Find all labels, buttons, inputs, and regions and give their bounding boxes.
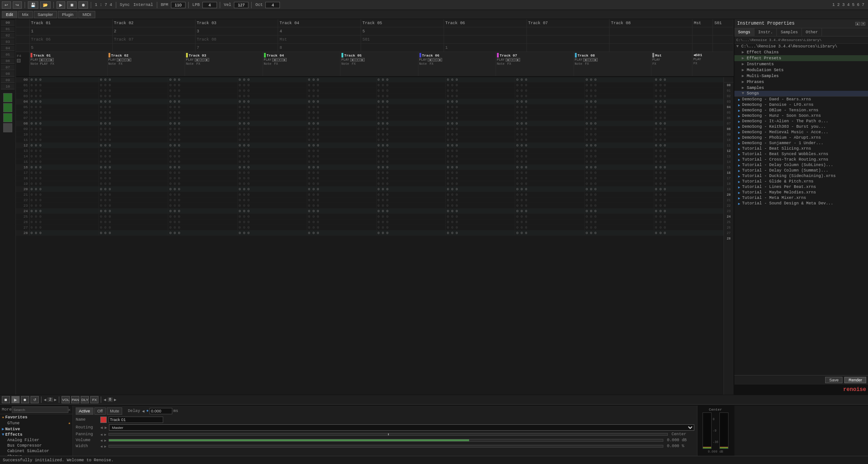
track-02-play[interactable]: PLAY [108,58,116,62]
cell-16-6[interactable]: 0 0 0 [446,165,515,170]
cell-23-2[interactable]: 0 0 0 [168,203,238,208]
cell-21-3[interactable]: 0 0 0 [238,192,307,197]
cell-07-2[interactable]: 0 0 0 [168,115,238,120]
rp-tab-other[interactable]: Other [802,28,822,36]
cell-10-9[interactable]: 0 0 0 [654,132,723,137]
cell-01-9[interactable]: 0 0 0 [654,83,723,88]
cell-10-1[interactable]: 0 0 0 [99,132,168,137]
cell-15-1[interactable]: 0 0 0 [99,159,168,164]
oct-input[interactable] [265,2,280,8]
cell-01-2[interactable]: 0 0 0 [168,83,238,88]
track-s01-play[interactable]: PLAY [693,57,701,61]
prop-tab-off[interactable]: Off [94,407,106,415]
cell-16-2[interactable]: 0 0 0 [168,165,238,170]
cell-12-1[interactable]: 0 0 0 [99,143,168,148]
track-03-btn2[interactable]: ▪ [200,58,204,62]
cell-16-4[interactable]: 0 0 0 [307,165,377,170]
cell-24-7[interactable]: 0 0 0 [515,209,584,214]
cell-16-8[interactable]: 0 0 0 [585,165,654,170]
cell-16-5[interactable]: 0 0 0 [377,165,446,170]
song-item-16[interactable]: ▶ Tutorial - Lines Per Beat.xrns [734,184,868,190]
cell-14-3[interactable]: 0 0 0 [238,154,307,159]
play-btn[interactable]: ▶ [57,1,65,9]
sidebar-block-2[interactable] [3,103,12,112]
cell-05-1[interactable]: 0 0 0 [99,104,168,109]
cell-20-3[interactable]: 0 0 0 [238,187,307,192]
cell-20-7[interactable]: 0 0 0 [515,187,584,192]
cell-28-6[interactable]: 0 0 0 [446,230,515,235]
cell-22-6[interactable]: 0 0 0 [446,198,515,203]
cell-02-9[interactable]: 0 0 0 [654,88,723,93]
cell-19-7[interactable]: 0 0 0 [515,181,584,186]
cell-06-3[interactable]: 0 0 0 [238,110,307,115]
cell-11-7[interactable]: 0 0 0 [515,137,584,142]
track-01-play2[interactable]: PLAY [40,62,48,66]
cell-23-9[interactable]: 0 0 0 [654,203,723,208]
cell-13-7[interactable]: 0 0 0 [515,148,584,153]
track-mst-play[interactable]: PLAY [652,58,660,62]
tree-multi-samples[interactable]: ▶ Multi-Samples [734,73,868,79]
cell-20-6[interactable]: 0 0 0 [446,187,515,192]
track-05-btn2[interactable]: ▪ [355,58,360,62]
cell-20-4[interactable]: 0 0 0 [307,187,377,192]
cell-21-1[interactable]: 0 0 0 [99,192,168,197]
cell-11-1[interactable]: 0 0 0 [99,137,168,142]
fx-btn[interactable]: FX [90,396,98,403]
cell-17-2[interactable]: 0 0 0 [168,170,238,175]
cell-08-5[interactable]: 0 0 0 [377,121,446,126]
cell-04-3[interactable]: 0 0 0 [238,99,307,104]
track-05-btn3[interactable]: ▶ [360,58,365,62]
cell-21-7[interactable]: 0 0 0 [515,192,584,197]
track-07-fx[interactable]: FX [507,62,511,66]
song-item-17[interactable]: ▶ Tutorial - Maybe Melodies.xrns [734,190,868,195]
cell-03-5[interactable]: 0 0 0 [377,94,446,99]
cell-08-9[interactable]: 0 0 0 [654,121,723,126]
transport-stop-btn[interactable]: ⏹ [2,396,10,403]
cell-09-2[interactable]: 0 0 0 [168,126,238,131]
cell-22-7[interactable]: 0 0 0 [515,198,584,203]
cell-13-0[interactable]: 0 0 0 [30,148,99,153]
track-07-play[interactable]: PLAY [497,58,505,62]
cell-25-1[interactable]: 0 0 0 [99,214,168,219]
lib-analog-filter[interactable]: Analog Filter [0,438,72,443]
open-btn[interactable]: 📂 [40,1,51,9]
cell-06-6[interactable]: 0 0 0 [446,110,515,115]
save-button[interactable]: Save [825,377,843,383]
save-btn[interactable]: 💾 [28,1,38,9]
cell-07-1[interactable]: 0 0 0 [99,115,168,120]
cell-12-6[interactable]: 0 0 0 [446,143,515,148]
cell-10-3[interactable]: 0 0 0 [238,132,307,137]
cell-18-6[interactable]: 0 0 0 [446,176,515,181]
lib-cabinet-simulator[interactable]: Cabinet Simulator [0,448,72,454]
cell-10-4[interactable]: 0 0 0 [307,132,377,137]
cell-15-9[interactable]: 0 0 0 [654,159,723,164]
cell-16-7[interactable]: 0 0 0 [515,165,584,170]
cell-03-7[interactable]: 0 0 0 [515,94,584,99]
cell-08-8[interactable]: 0 0 0 [585,121,654,126]
cell-05-8[interactable]: 0 0 0 [585,104,654,109]
cell-03-9[interactable]: 0 0 0 [654,94,723,99]
volume-slider[interactable] [108,439,663,442]
cell-25-6[interactable]: 0 0 0 [446,214,515,219]
cell-18-9[interactable]: 0 0 0 [654,176,723,181]
cell-00-5[interactable]: 0 0 0 [377,77,446,82]
song-item-11[interactable]: ▶ Tutorial - Cross-Track Routing.xrns [734,157,868,162]
cell-09-4[interactable]: 0 0 0 [307,126,377,131]
rp-close-btn[interactable]: ✕ [861,22,865,26]
song-item-1[interactable]: ▶ DemoSong - Danoise - LFO.xrns [734,102,868,108]
cell-04-8[interactable]: 0 0 0 [585,99,654,104]
rp-song-list[interactable]: ▶ DemoSong - Daed - Bears.xrns ▶ DemoSon… [734,96,868,375]
cell-12-2[interactable]: 0 0 0 [168,143,238,148]
sidebar-block-1[interactable] [3,93,12,102]
cell-28-1[interactable]: 0 0 0 [99,230,168,235]
cell-00-8[interactable]: 0 0 0 [585,77,654,82]
cell-04-9[interactable]: 0 0 0 [654,99,723,104]
cell-12-4[interactable]: 0 0 0 [307,143,377,148]
track-08-btn2[interactable]: ▪ [588,58,593,62]
track-color-swatch[interactable] [100,417,107,423]
track-07-btn2[interactable]: ▪ [511,58,515,62]
cell-00-9[interactable]: 0 0 0 [654,77,723,82]
cell-12-0[interactable]: 0 0 0 [30,143,99,148]
cell-13-9[interactable]: 0 0 0 [654,148,723,153]
cell-26-7[interactable]: 0 0 0 [515,219,584,224]
